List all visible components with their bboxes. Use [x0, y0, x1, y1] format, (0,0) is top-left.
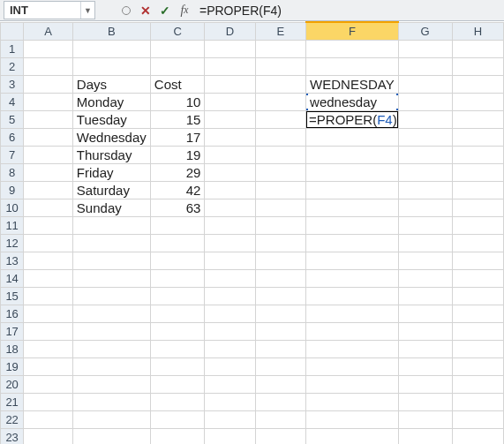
cell-G13[interactable]	[398, 252, 452, 269]
cell-E20[interactable]	[255, 375, 305, 393]
cell-G15[interactable]	[398, 287, 452, 305]
cell-D16[interactable]	[205, 305, 255, 322]
cell-G3[interactable]	[398, 75, 452, 93]
cell-D19[interactable]	[205, 357, 255, 375]
select-all-corner[interactable]	[1, 22, 24, 40]
cell-C4[interactable]: 10	[150, 93, 205, 110]
cell-A16[interactable]	[24, 305, 73, 322]
cell-G5[interactable]	[398, 110, 452, 128]
cell-E13[interactable]	[255, 252, 305, 269]
cell-B3[interactable]: Days	[72, 75, 150, 93]
cell-E15[interactable]	[255, 287, 305, 305]
cell-E7[interactable]	[255, 146, 305, 163]
row-header-13[interactable]: 13	[1, 252, 24, 269]
cell-F20[interactable]	[306, 375, 399, 393]
cell-G7[interactable]	[398, 146, 452, 163]
cell-G6[interactable]	[398, 128, 452, 146]
cell-H16[interactable]	[452, 305, 503, 322]
cell-H19[interactable]	[452, 357, 503, 375]
cell-B11[interactable]	[72, 216, 150, 234]
cell-H17[interactable]	[452, 322, 503, 340]
cell-C6[interactable]: 17	[150, 128, 205, 146]
cell-B9[interactable]: Saturday	[72, 181, 150, 199]
cell-H10[interactable]	[452, 199, 503, 216]
cell-D13[interactable]	[205, 252, 255, 269]
cell-G9[interactable]	[398, 181, 452, 199]
cell-C7[interactable]: 19	[150, 146, 205, 163]
cell-C18[interactable]	[150, 340, 205, 357]
cell-E18[interactable]	[255, 340, 305, 357]
cell-D10[interactable]	[205, 199, 255, 216]
cell-G8[interactable]	[398, 163, 452, 181]
cell-F17[interactable]	[306, 322, 399, 340]
cell-H14[interactable]	[452, 269, 503, 287]
cell-H6[interactable]	[452, 128, 503, 146]
cell-A15[interactable]	[24, 287, 73, 305]
row-header-16[interactable]: 16	[1, 305, 24, 322]
cell-D2[interactable]	[205, 57, 255, 75]
cell-G12[interactable]	[398, 234, 452, 252]
cell-B10[interactable]: Sunday	[72, 199, 150, 216]
cell-B14[interactable]	[72, 269, 150, 287]
cell-C15[interactable]	[150, 287, 205, 305]
cell-B1[interactable]	[72, 40, 150, 57]
cell-D11[interactable]	[205, 216, 255, 234]
cell-F19[interactable]	[306, 357, 399, 375]
cell-F16[interactable]	[306, 305, 399, 322]
cell-D15[interactable]	[205, 287, 255, 305]
col-header-H[interactable]: H	[452, 22, 503, 40]
cell-A21[interactable]	[24, 393, 73, 410]
row-header-2[interactable]: 2	[1, 57, 24, 75]
cell-H1[interactable]	[452, 40, 503, 57]
cell-H11[interactable]	[452, 216, 503, 234]
cell-F12[interactable]	[306, 234, 399, 252]
active-cell-content[interactable]: =PROPER(F4)	[306, 110, 399, 128]
row-header-18[interactable]: 18	[1, 340, 24, 357]
row-header-21[interactable]: 21	[1, 393, 24, 410]
cell-F3[interactable]: WEDNESDAY	[306, 75, 399, 93]
cell-H22[interactable]	[452, 410, 503, 428]
cell-H20[interactable]	[452, 375, 503, 393]
cell-E6[interactable]	[255, 128, 305, 146]
formula-input[interactable]	[194, 1, 504, 19]
cell-C12[interactable]	[150, 234, 205, 252]
cell-E9[interactable]	[255, 181, 305, 199]
row-header-20[interactable]: 20	[1, 375, 24, 393]
cell-E3[interactable]	[255, 75, 305, 93]
cancel-button[interactable]: ✕	[136, 1, 155, 19]
cell-A10[interactable]	[24, 199, 73, 216]
cell-D8[interactable]	[205, 163, 255, 181]
cell-C19[interactable]	[150, 357, 205, 375]
cell-A22[interactable]	[24, 410, 73, 428]
cell-F5[interactable]: =PROPER(F4)PROPER(text)	[306, 110, 399, 128]
spreadsheet-grid[interactable]: A B C D E F G H 123DaysCostWEDNESDAY4Mon…	[0, 21, 504, 444]
col-header-F[interactable]: F	[306, 22, 399, 40]
cell-A18[interactable]	[24, 340, 73, 357]
cell-G20[interactable]	[398, 375, 452, 393]
cell-G16[interactable]	[398, 305, 452, 322]
cell-A11[interactable]	[24, 216, 73, 234]
cell-F15[interactable]	[306, 287, 399, 305]
cell-A12[interactable]	[24, 234, 73, 252]
cell-D17[interactable]	[205, 322, 255, 340]
row-header-10[interactable]: 10	[1, 199, 24, 216]
cell-E11[interactable]	[255, 216, 305, 234]
row-header-4[interactable]: 4	[1, 93, 24, 110]
cell-C22[interactable]	[150, 410, 205, 428]
cell-A5[interactable]	[24, 110, 73, 128]
cell-B2[interactable]	[72, 57, 150, 75]
cell-A8[interactable]	[24, 163, 73, 181]
cell-H12[interactable]	[452, 234, 503, 252]
cell-F8[interactable]	[306, 163, 399, 181]
cell-C13[interactable]	[150, 252, 205, 269]
cell-C20[interactable]	[150, 375, 205, 393]
cell-A19[interactable]	[24, 357, 73, 375]
cell-B13[interactable]	[72, 252, 150, 269]
cell-E21[interactable]	[255, 393, 305, 410]
col-header-C[interactable]: C	[150, 22, 205, 40]
cell-G2[interactable]	[398, 57, 452, 75]
cell-B5[interactable]: Tuesday	[72, 110, 150, 128]
cell-D21[interactable]	[205, 393, 255, 410]
cell-D12[interactable]	[205, 234, 255, 252]
cell-B21[interactable]	[72, 393, 150, 410]
